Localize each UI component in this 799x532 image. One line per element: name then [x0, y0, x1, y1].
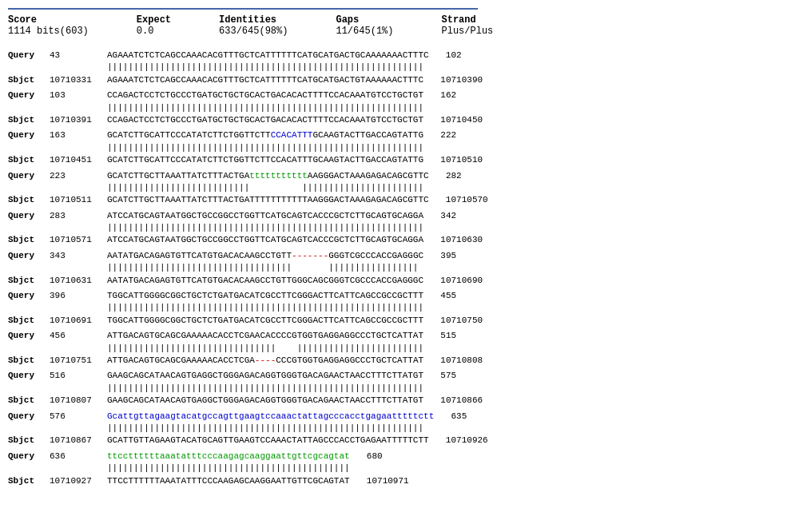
score-val: 1114 bits(603) — [8, 26, 89, 37]
sbjct-line-3: Sbjct10710451GCATCTTGCATTCCCATATCTTCTGGT… — [8, 154, 791, 166]
alignment-block-7: Query396TGGCATTGGGGCGGCTGCTCTGATGACATCGC… — [8, 290, 791, 327]
expect-val: 0.0 — [137, 26, 154, 37]
identities-val: 633/645(98%) — [219, 26, 288, 37]
expect-item: Expect 0.0 — [137, 14, 171, 37]
sbjct-line-11: Sbjct10710927TTCCTTTTTTAAATATTTCCCAAGAGC… — [8, 475, 791, 487]
gaps-label: Gaps — [336, 14, 359, 26]
match-line-2: ||||||||||||||||||||||||||||||||||||||||… — [8, 102, 791, 114]
match-line-7: ||||||||||||||||||||||||||||||||||||||||… — [8, 302, 791, 314]
sbjct-line-6: Sbjct10710631AATATGACAGAGTGTTCATGTGACACA… — [8, 275, 791, 287]
divider — [8, 8, 478, 10]
alignment-block-11: Query636ttccttttttaaatatttcccaagagcaagga… — [8, 451, 791, 487]
match-line-3: ||||||||||||||||||||||||||||||||||||||||… — [8, 142, 791, 154]
query-line-10: Query576Gcattgttagaagtacatgccagttgaagtcc… — [8, 411, 791, 423]
query-line-8: Query456ATTGACAGTGCAGCGAAAAACACCTCGAACAC… — [8, 330, 791, 342]
score-row: Score 1114 bits(603) Expect 0.0 Identiti… — [8, 14, 791, 37]
query-line-7: Query396TGGCATTGGGGCGGCTGCTCTGATGACATCGC… — [8, 290, 791, 302]
alignment-block-2: Query103CCAGACTCCTCTGCCCTGATGCTGCTGCACTG… — [8, 89, 791, 126]
match-line-6: ||||||||||||||||||||||||||||||||||| ||||… — [8, 262, 791, 274]
sbjct-line-8: Sbjct10710751ATTGACAGTGCAGCGAAAAACACCTCG… — [8, 355, 791, 367]
query-line-11: Query636ttccttttttaaatatttcccaagagcaagga… — [8, 451, 791, 463]
alignment-block-1: Query43AGAAATCTCTCAGCCAAACACGTTTGCTCATTT… — [8, 50, 791, 86]
alignment-block-8: Query456ATTGACAGTGCAGCGAAAAACACCTCGAACAC… — [8, 330, 791, 367]
match-line-1: ||||||||||||||||||||||||||||||||||||||||… — [8, 62, 791, 73]
alignment-block-3: Query163GCATCTTGCATTCCCATATCTTCTGGTTCTTC… — [8, 129, 791, 166]
query-line-9: Query516GAAGCAGCATAACAGTGAGGCTGGGAGACAGG… — [8, 370, 791, 382]
query-line-1: Query43AGAAATCTCTCAGCCAAACACGTTTGCTCATTT… — [8, 50, 791, 62]
match-line-5: ||||||||||||||||||||||||||||||||||||||||… — [8, 222, 791, 234]
alignment-block-10: Query576Gcattgttagaagtacatgccagttgaagtcc… — [8, 411, 791, 447]
query-line-6: Query343AATATGACAGAGTGTTCATGTGACACAAGCCT… — [8, 250, 791, 262]
strand-val: Plus/Plus — [441, 26, 493, 37]
match-line-11: ||||||||||||||||||||||||||||||||||||||||… — [8, 463, 791, 474]
match-line-4: ||||||||||||||||||||||||||| ||||||||||||… — [8, 182, 791, 194]
score-label: Score — [8, 14, 37, 26]
score-item: Score 1114 bits(603) — [8, 14, 89, 37]
sbjct-line-10: Sbjct10710867GCATTGTTAGAAGTACATGCAGTTGAA… — [8, 435, 791, 447]
identities-label: Identities — [219, 14, 276, 26]
sbjct-line-4: Sbjct10710511GCATCTTGCTTAAATTATCTTTACTGA… — [8, 194, 791, 206]
strand-item: Strand Plus/Plus — [441, 14, 493, 37]
query-line-5: Query283ATCCATGCAGTAATGGCTGCCGGCCTGGTTCA… — [8, 210, 791, 222]
sbjct-line-2: Sbjct10710391CCAGACTCCTCTGCCCTGATGCTGCTG… — [8, 114, 791, 126]
alignment-block-6: Query343AATATGACAGAGTGTTCATGTGACACAAGCCT… — [8, 250, 791, 287]
sbjct-line-5: Sbjct10710571ATCCATGCAGTAATGGCTGCCGGCCTG… — [8, 234, 791, 246]
sbjct-line-7: Sbjct10710691TGGCATTGGGGCGGCTGCTCTGATGAC… — [8, 315, 791, 327]
sbjct-line-1: Sbjct10710331AGAAATCTCTCAGCCAAACACGTTTGC… — [8, 74, 791, 86]
match-line-8: |||||||||||||||||||||||||||||||| |||||||… — [8, 343, 791, 355]
sbjct-line-9: Sbjct10710807GAAGCAGCATAACAGTGAGGCTGGGAG… — [8, 395, 791, 407]
alignment-block-4: Query223GCATCTTGCTTAAATTATCTTTACTGAttttt… — [8, 170, 791, 207]
gaps-item: Gaps 11/645(1%) — [336, 14, 393, 37]
alignment-block-5: Query283ATCCATGCAGTAATGGCTGCCGGCCTGGTTCA… — [8, 210, 791, 247]
expect-label: Expect — [137, 14, 171, 26]
match-line-9: ||||||||||||||||||||||||||||||||||||||||… — [8, 383, 791, 395]
query-line-3: Query163GCATCTTGCATTCCCATATCTTCTGGTTCTTC… — [8, 129, 791, 141]
alignment-block-9: Query516GAAGCAGCATAACAGTGAGGCTGGGAGACAGG… — [8, 370, 791, 407]
query-line-4: Query223GCATCTTGCTTAAATTATCTTTACTGAttttt… — [8, 170, 791, 182]
identities-item: Identities 633/645(98%) — [219, 14, 288, 37]
strand-label: Strand — [441, 14, 475, 26]
match-line-10: ||||||||||||||||||||||||||||||||||||||||… — [8, 423, 791, 435]
gaps-val: 11/645(1%) — [336, 26, 393, 37]
query-line-2: Query103CCAGACTCCTCTGCCCTGATGCTGCTGCACTG… — [8, 89, 791, 101]
